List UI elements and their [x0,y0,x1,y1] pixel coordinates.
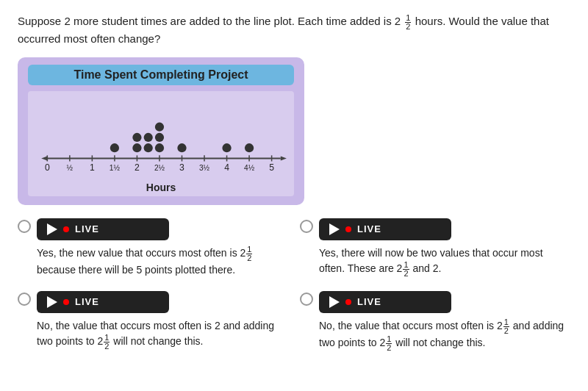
svg-point-35 [245,143,254,152]
svg-point-31 [144,143,153,152]
options-grid: LIVE Yes, the new value that occurs most… [18,218,570,365]
svg-text:3½: 3½ [199,164,210,172]
option-a-content: LIVE Yes, the new value that occurs most… [37,218,288,278]
option-c-radio[interactable] [18,293,31,306]
svg-text:4½: 4½ [244,164,255,172]
svg-marker-1 [281,156,287,160]
option-b-radio[interactable] [300,220,313,233]
svg-point-30 [155,123,164,132]
question-fraction: 12 [404,14,412,31]
option-c-text: No, the value that occurs most often is … [37,318,288,351]
play-icon-d [329,296,340,308]
option-c-row: LIVE No, the value that occurs most ofte… [18,291,288,352]
svg-text:1½: 1½ [110,164,121,172]
svg-text:3: 3 [179,162,184,173]
svg-marker-2 [41,156,47,160]
dot-plot-svg: 0 ½ 1 1½ 2 2½ 3 3½ 4 4½ 5 [34,97,288,179]
svg-text:1: 1 [90,162,95,173]
option-d-live-button[interactable]: LIVE [319,291,451,313]
svg-text:0: 0 [45,162,50,173]
option-d-text: No, the value that occurs most often is … [319,318,570,352]
live-dot-a [63,226,69,232]
svg-text:2½: 2½ [154,164,165,172]
svg-point-32 [144,133,153,142]
option-a-live-button[interactable]: LIVE [37,218,169,240]
dot-plot-area: 0 ½ 1 1½ 2 2½ 3 3½ 4 4½ 5 [28,91,294,196]
option-c-live-button[interactable]: LIVE [37,291,169,313]
question-text-part1: Suppose 2 more student times are added t… [18,15,401,27]
option-b-row: LIVE Yes, there will now be two values t… [300,218,570,278]
live-dot-d [345,299,351,305]
live-label-d: LIVE [357,296,381,307]
svg-point-25 [110,143,119,152]
option-b-live-button[interactable]: LIVE [319,218,451,240]
live-dot-c [63,299,69,305]
live-label-c: LIVE [75,296,99,307]
option-a-radio[interactable] [18,220,31,233]
svg-point-34 [222,143,231,152]
option-d-radio[interactable] [300,293,313,306]
option-a-row: LIVE Yes, the new value that occurs most… [18,218,288,278]
svg-point-33 [177,143,186,152]
option-a-text: Yes, the new value that occurs most ofte… [37,245,288,278]
live-dot-b [345,226,351,232]
axis-label: Hours [34,182,288,193]
option-d-content: LIVE No, the value that occurs most ofte… [319,291,570,352]
play-icon-c [47,296,57,308]
svg-text:5: 5 [269,162,274,173]
chart-container: Time Spent Completing Project 0 [18,57,304,205]
option-b-text: Yes, there will now be two values that o… [319,245,570,278]
live-label-b: LIVE [357,223,381,234]
svg-point-29 [155,133,164,142]
svg-point-27 [132,133,141,142]
svg-text:½: ½ [67,164,74,172]
option-c-content: LIVE No, the value that occurs most ofte… [37,291,288,351]
live-label-a: LIVE [75,223,99,234]
svg-text:4: 4 [224,162,229,173]
option-d-row: LIVE No, the value that occurs most ofte… [300,291,570,352]
svg-text:2: 2 [135,162,140,173]
play-icon-b [329,223,340,235]
question-text: Suppose 2 more student times are added t… [18,13,570,47]
option-b-content: LIVE Yes, there will now be two values t… [319,218,570,278]
chart-title: Time Spent Completing Project [28,65,294,85]
svg-point-28 [155,143,164,152]
svg-point-26 [132,143,141,152]
play-icon-a [47,223,57,235]
